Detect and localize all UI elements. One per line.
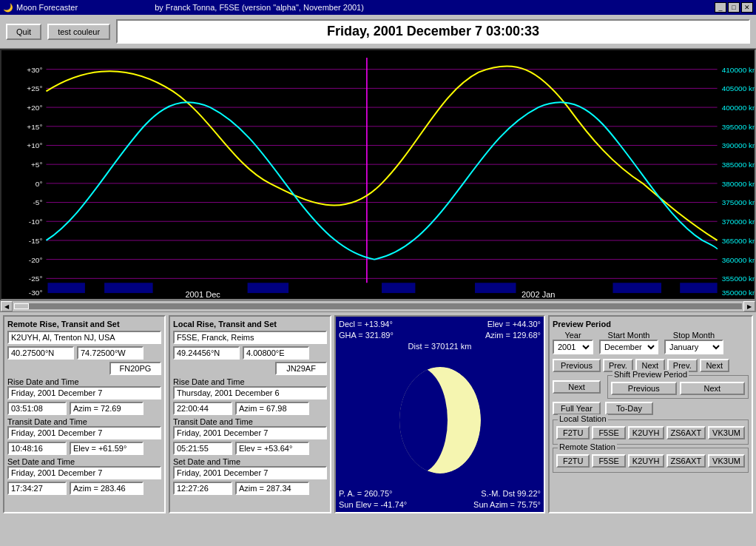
local-zs6axt-button[interactable]: ZS6AXT: [666, 426, 706, 439]
svg-text:385000 km: 385000 km: [722, 161, 755, 169]
local-rise-date: Thursday, 2001 December 6: [173, 386, 327, 400]
toolbar: Quit test couleur Friday, 2001 December …: [0, 15, 756, 49]
moon-decl: Decl = +13.94°: [339, 320, 393, 328]
local-station-row: F2TU F5SE K2UYH ZS6AXT VK3UM: [556, 426, 745, 439]
remote-transit-label: Transit Date and Time: [7, 417, 161, 426]
local-lon: 4.00800°E: [243, 346, 309, 360]
minimize-button[interactable]: _: [715, 2, 726, 13]
svg-text:-5°: -5°: [33, 199, 42, 207]
close-button[interactable]: ✕: [741, 2, 753, 13]
bottom-area: Remote Rise, Transit and Set K2UYH, Al, …: [0, 312, 756, 516]
remote-set-date: Friday, 2001 December 7: [7, 466, 161, 479]
local-grid: JN29AF: [275, 362, 327, 375]
local-station-section-label: Local Station: [558, 414, 608, 423]
local-panel: Local Rise, Transit and Set F5SE, Franck…: [169, 315, 331, 513]
stop-month-select[interactable]: January: [664, 340, 723, 354]
remote-set-time: 17:34:27: [7, 482, 67, 495]
svg-text:+25°: +25°: [27, 84, 42, 92]
local-set-time: 12:27:26: [173, 482, 232, 495]
svg-text:390000 km: 390000 km: [722, 142, 755, 150]
stop-month-label: Stop Month: [673, 331, 715, 340]
moon-dist: Dist = 370121 km: [408, 342, 472, 351]
scroll-right-button[interactable]: ▶: [743, 301, 755, 311]
remote-panel-title: Remote Rise, Transit and Set: [7, 320, 161, 328]
local-vk3um-button[interactable]: VK3UM: [708, 426, 745, 439]
svg-text:375000 km: 375000 km: [722, 199, 755, 207]
title-bar: 🌙 Moon Forecaster by Franck Tonna, F5SE …: [0, 0, 756, 15]
shift-next-button[interactable]: Next: [680, 382, 746, 395]
svg-text:2002 Jan: 2002 Jan: [522, 290, 556, 299]
local-f2tu-button[interactable]: F2TU: [556, 426, 590, 439]
remote-set-azim: Azim = 283.46: [70, 482, 144, 495]
local-transit-label: Transit Date and Time: [173, 417, 327, 426]
chart-area: +30° +25° +20° +15° +10° +5° 0° -5° -10°…: [0, 49, 756, 300]
svg-text:2001 Dec: 2001 Dec: [185, 290, 220, 299]
today-button[interactable]: To-Day: [605, 402, 653, 415]
app-title: Moon Forecaster: [16, 3, 78, 12]
svg-text:+20°: +20°: [27, 104, 42, 112]
remote-station-section-label: Remote Station: [558, 442, 617, 451]
remote-vk3um-button[interactable]: VK3UM: [708, 454, 745, 468]
local-transit-elev: Elev = +53.64°: [235, 442, 309, 455]
local-station-name: F5SE, Franck, Reims: [173, 331, 327, 344]
scroll-thumb[interactable]: [14, 303, 29, 309]
shift-previous-button[interactable]: Previous: [611, 382, 677, 395]
moon-canvas: [339, 354, 541, 487]
remote-rise-date: Friday, 2001 December 7: [7, 386, 161, 400]
year-select[interactable]: 2001: [553, 340, 593, 354]
moon-pa: P. A. = 260.75°: [339, 489, 392, 498]
local-rise-label: Rise Date and Time: [173, 377, 327, 386]
remote-rise-label: Rise Date and Time: [7, 377, 161, 386]
remote-rise-azim: Azim = 72.69: [70, 402, 144, 415]
preview-panel: Preview Period Year 2001 Start Month Dec…: [548, 315, 753, 513]
remote-grid: FN20PG: [109, 362, 161, 375]
svg-text:-20°: -20°: [29, 256, 43, 264]
remote-lat: 40.27500°N: [7, 346, 74, 360]
start-month-label: Start Month: [608, 331, 650, 340]
svg-text:-15°: -15°: [29, 237, 43, 245]
svg-rect-44: [612, 283, 661, 293]
svg-text:410000 km: 410000 km: [722, 66, 755, 74]
svg-rect-40: [104, 283, 153, 293]
start-month-select[interactable]: December: [599, 340, 658, 354]
svg-text:380000 km: 380000 km: [722, 180, 755, 188]
moon-sun-elev: Sun Elev = -41.74°: [339, 500, 407, 509]
svg-rect-42: [382, 283, 415, 293]
remote-lon: 74.72500°W: [77, 346, 144, 360]
moon-elev: Elev = +44.30°: [487, 320, 541, 328]
svg-text:+30°: +30°: [27, 66, 42, 74]
previous-button[interactable]: Previous: [553, 359, 601, 372]
local-set-date: Friday, 2001 December 7: [173, 466, 327, 479]
svg-text:0°: 0°: [36, 180, 43, 188]
remote-transit-elev: Elev = +61.59°: [70, 442, 144, 455]
remote-f5se-button[interactable]: F5SE: [592, 454, 625, 468]
scroll-track[interactable]: [14, 303, 742, 309]
local-rise-azim: Azim = 67.98: [235, 402, 309, 415]
remote-transit-time: 10:48:16: [7, 442, 67, 455]
scroll-left-button[interactable]: ◀: [1, 301, 13, 311]
remote-panel: Remote Rise, Transit and Set K2UYH, Al, …: [3, 315, 166, 513]
local-set-label: Set Date and Time: [173, 457, 327, 466]
moon-sm-dst: S.-M. Dst 99.22°: [481, 489, 541, 498]
chart-svg: +30° +25° +20° +15° +10° +5° 0° -5° -10°…: [1, 50, 755, 299]
next3-button[interactable]: Next: [553, 380, 601, 394]
quit-button[interactable]: Quit: [6, 24, 41, 40]
app-subtitle: by Franck Tonna, F5SE (version "alpha", …: [155, 3, 364, 12]
maximize-button[interactable]: □: [728, 2, 740, 13]
remote-k2uyh-button[interactable]: K2UYH: [628, 454, 664, 468]
svg-rect-43: [475, 283, 516, 293]
local-lat: 49.24456°N: [173, 346, 240, 360]
full-year-button[interactable]: Full Year: [553, 402, 601, 415]
svg-text:+15°: +15°: [27, 123, 42, 131]
local-f5se-button[interactable]: F5SE: [592, 426, 625, 439]
local-k2uyh-button[interactable]: K2UYH: [628, 426, 664, 439]
remote-rise-time: 03:51:08: [7, 402, 67, 415]
remote-zs6axt-button[interactable]: ZS6AXT: [666, 454, 706, 468]
remote-f2tu-button[interactable]: F2TU: [556, 454, 590, 468]
year-label: Year: [564, 331, 581, 340]
local-rise-time: 22:00:44: [173, 402, 232, 415]
test-couleur-button[interactable]: test couleur: [47, 24, 110, 40]
next2-button[interactable]: Next: [700, 359, 729, 372]
moon-gha: GHA = 321.89°: [339, 331, 394, 340]
local-transit-date: Friday, 2001 December 7: [173, 426, 327, 439]
